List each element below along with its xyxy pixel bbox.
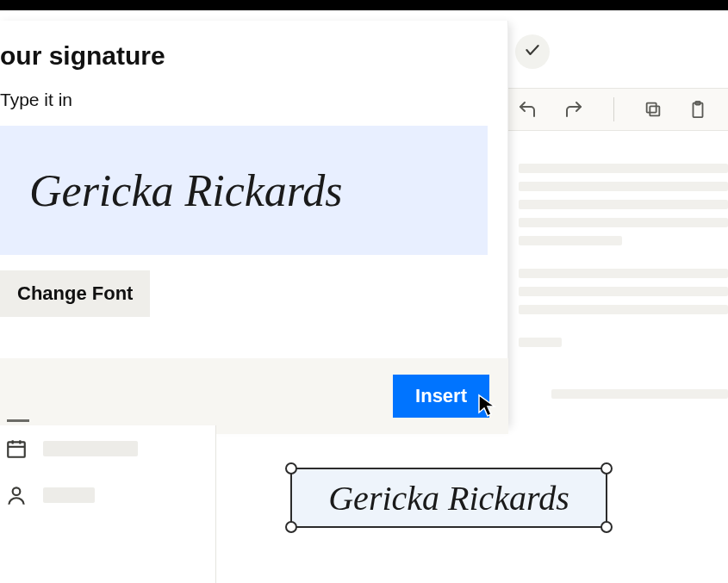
sidebar-item-date[interactable] [0,425,215,472]
signature-preview[interactable]: Gericka Rickards [0,126,488,255]
resize-handle-bottom-right[interactable] [600,521,613,533]
app-background: our signature Type it in Gericka Rickard… [0,10,728,583]
sidebar-divider [215,425,216,583]
person-icon [5,484,28,506]
clipboard-icon[interactable] [688,100,707,119]
sidebar-item-person[interactable] [0,472,215,518]
document-placeholder-lines [519,338,728,356]
document-placeholder-lines [519,164,728,254]
resize-handle-top-right[interactable] [600,462,613,474]
signature-panel: our signature Type it in Gericka Rickard… [0,21,508,425]
svg-rect-4 [8,442,25,456]
change-font-button[interactable]: Change Font [0,270,150,317]
svg-rect-1 [647,103,656,113]
svg-rect-0 [650,106,659,115]
insert-button[interactable]: Insert [393,375,489,418]
sidebar-item-indicator [7,419,29,422]
placed-signature-text: Gericka Rickards [328,478,569,518]
svg-point-8 [13,487,21,495]
signature-subtitle: Type it in [0,90,72,110]
sidebar-item-label-placeholder [43,441,138,456]
resize-handle-top-left[interactable] [285,462,297,474]
sidebar-item-label-placeholder [43,487,95,503]
toolbar-separator [613,97,614,121]
redo-icon[interactable] [563,99,584,120]
confirm-check-button[interactable] [515,34,550,69]
signature-title: our signature [0,41,165,71]
calendar-icon [5,437,28,460]
placed-signature[interactable]: Gericka Rickards [290,468,607,528]
window-titlebar [0,0,728,10]
toolbar [508,88,728,131]
undo-icon[interactable] [517,99,538,120]
document-placeholder-lines [551,389,728,407]
signature-panel-footer: Insert [0,358,508,434]
check-icon [524,41,541,62]
sidebar-fragment [0,425,215,583]
signature-preview-text: Gericka Rickards [29,165,342,216]
copy-icon[interactable] [644,100,663,119]
resize-handle-bottom-left[interactable] [285,521,297,533]
document-placeholder-lines [519,269,728,323]
